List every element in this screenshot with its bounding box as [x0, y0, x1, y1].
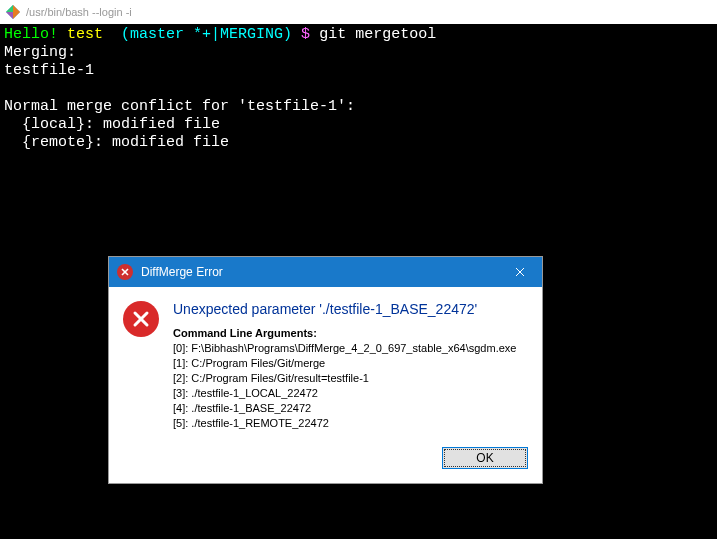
term-line-conflict: Normal merge conflict for 'testfile-1': [4, 98, 355, 115]
term-line-local: {local}: modified file [4, 116, 220, 133]
term-line-merging: Merging: [4, 44, 76, 61]
dialog-arg-line: [2]: C:/Program Files/Git/result=testfil… [173, 371, 528, 386]
dialog-arg-line: [5]: ./testfile-1_REMOTE_22472 [173, 416, 528, 431]
dialog-titlebar[interactable]: DiffMerge Error [109, 257, 542, 287]
dialog-args-label: Command Line Arguments: [173, 327, 528, 339]
error-icon [123, 301, 159, 337]
term-line-remote: {remote}: modified file [4, 134, 229, 151]
svg-marker-2 [6, 12, 13, 19]
dialog-close-button[interactable] [498, 257, 542, 287]
error-x-icon [117, 264, 133, 280]
prompt-command: git mergetool [319, 26, 436, 43]
dialog-arg-line: [3]: ./testfile-1_LOCAL_22472 [173, 386, 528, 401]
term-line-file: testfile-1 [4, 62, 94, 79]
prompt-dir: test [67, 26, 103, 43]
dialog-arg-line: [4]: ./testfile-1_BASE_22472 [173, 401, 528, 416]
prompt-branch: (master *+|MERGING) [121, 26, 292, 43]
app-icon [6, 5, 20, 19]
window-titlebar[interactable]: /usr/bin/bash --login -i [0, 0, 717, 24]
prompt-hello: Hello! [4, 26, 58, 43]
ok-button[interactable]: OK [442, 447, 528, 469]
dialog-heading: Unexpected parameter './testfile-1_BASE_… [173, 301, 528, 317]
error-dialog: DiffMerge Error Unexpected parameter './… [108, 256, 543, 484]
dialog-args-list: [0]: F:\Bibhash\Programs\DiffMerge_4_2_0… [173, 341, 528, 431]
app-window: /usr/bin/bash --login -i Hello! test (ma… [0, 0, 717, 539]
dialog-title: DiffMerge Error [141, 265, 498, 279]
dialog-footer: OK [109, 435, 542, 483]
dialog-content: Unexpected parameter './testfile-1_BASE_… [173, 301, 528, 431]
svg-marker-1 [13, 5, 20, 19]
window-title: /usr/bin/bash --login -i [26, 6, 132, 18]
close-icon [515, 265, 525, 280]
svg-marker-3 [6, 5, 13, 12]
dialog-arg-line: [0]: F:\Bibhash\Programs\DiffMerge_4_2_0… [173, 341, 528, 356]
prompt-dollar: $ [301, 26, 310, 43]
dialog-body: Unexpected parameter './testfile-1_BASE_… [109, 287, 542, 435]
dialog-arg-line: [1]: C:/Program Files/Git/merge [173, 356, 528, 371]
